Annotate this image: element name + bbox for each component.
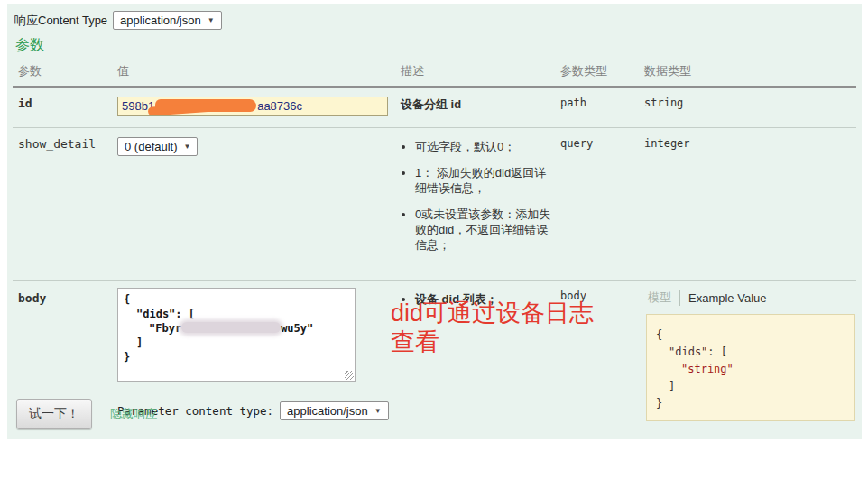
parameters-heading: 参数 (15, 36, 44, 55)
col-header-parameter: 参数 (13, 58, 112, 87)
redaction-blur (181, 322, 281, 333)
try-it-button[interactable]: 试一下！ (16, 399, 92, 429)
example-json-key: "dids" (669, 345, 707, 358)
response-content-type-label: 响应Content Type (14, 13, 107, 29)
show-detail-select[interactable]: 0 (default) ▼ (117, 137, 198, 156)
body-json-did-suffix: wu5y" (281, 322, 313, 335)
param-name-show-detail: show_detail (13, 128, 112, 281)
id-input[interactable]: 598b1aa8736c (117, 97, 388, 116)
operation-content-panel: 响应Content Type application/json ▼ 参数 参数 … (7, 4, 862, 439)
show-detail-value: 0 (default) (125, 140, 178, 153)
list-item: 0或未设置该参数：添加失败的did，不返回详细错误信息； (415, 207, 551, 253)
parameter-content-type-value: application/json (287, 404, 368, 418)
parameter-content-type-row: Parameter content type: application/json… (117, 401, 392, 420)
show-detail-description-list: 可选字段，默认0； 1： 添加失败的did返回详细错误信息， 0或未设置该参数：… (415, 139, 551, 253)
table-row-show-detail: show_detail 0 (default) ▼ 可选字段，默认0； 1： 添… (13, 128, 856, 281)
param-name-id: id (13, 87, 112, 128)
example-json-punct: : [ (707, 345, 727, 358)
body-json-line: { (124, 292, 349, 307)
tab-model[interactable]: 模型 (648, 290, 671, 306)
body-json-line: } (124, 350, 349, 364)
example-json-line: ] (656, 378, 845, 395)
chevron-down-icon: ▼ (184, 143, 191, 151)
tab-divider (679, 290, 680, 306)
body-json-line: ] (124, 336, 349, 350)
actions-row: 试一下！ 隐藏响应 (16, 399, 157, 429)
example-json-line: "dids": [ (656, 344, 845, 361)
param-type-show-detail: query (555, 128, 639, 281)
col-header-value: 值 (112, 58, 395, 87)
chevron-down-icon: ▼ (208, 17, 215, 24)
col-header-param-type: 参数类型 (555, 58, 639, 87)
response-content-type-row: 响应Content Type application/json ▼ (14, 11, 222, 30)
col-header-data-type: 数据类型 (639, 58, 856, 87)
did-annotation: did可通过设备日志查看 (391, 299, 605, 356)
body-textarea[interactable]: { "dids": [ "Fbyrwu5y" ] } (117, 288, 356, 382)
list-item: 1： 添加失败的did返回详细错误信息， (415, 165, 551, 196)
body-json-did-prefix: "Fbyr (149, 322, 181, 335)
list-item: 可选字段，默认0； (415, 139, 551, 154)
response-content-type-value: application/json (120, 14, 201, 27)
table-row-id: id 598b1aa8736c 设备分组 id path string (13, 87, 856, 128)
description-id: 设备分组 id (395, 87, 555, 128)
response-content-type-select[interactable]: application/json ▼ (113, 11, 222, 30)
parameter-content-type-select[interactable]: application/json ▼ (280, 401, 389, 420)
example-json-string: "string" (656, 361, 845, 378)
example-json-line: { (656, 327, 845, 344)
table-header-row: 参数 值 描述 参数类型 数据类型 (13, 58, 856, 87)
model-example-tabs: 模型 Example Value (648, 290, 853, 306)
col-header-description: 描述 (395, 58, 555, 87)
body-json-line: "Fbyrwu5y" (124, 321, 349, 336)
parameters-table: 参数 值 描述 参数类型 数据类型 id 598b1aa8736c 设备分组 i… (13, 58, 856, 432)
hide-response-link[interactable]: 隐藏响应 (110, 406, 157, 422)
redaction-scribble (155, 99, 256, 112)
data-type-id: string (639, 87, 856, 128)
id-value-suffix: aa8736c (257, 99, 302, 113)
data-type-show-detail: integer (639, 128, 856, 281)
example-json-line: } (656, 395, 845, 412)
body-json-line: "dids": [ (124, 307, 349, 321)
chevron-down-icon: ▼ (374, 408, 382, 415)
tab-example-value[interactable]: Example Value (688, 291, 766, 305)
param-type-id: path (555, 87, 639, 128)
example-value-code-box[interactable]: { "dids": [ "string" ] } (646, 314, 855, 421)
